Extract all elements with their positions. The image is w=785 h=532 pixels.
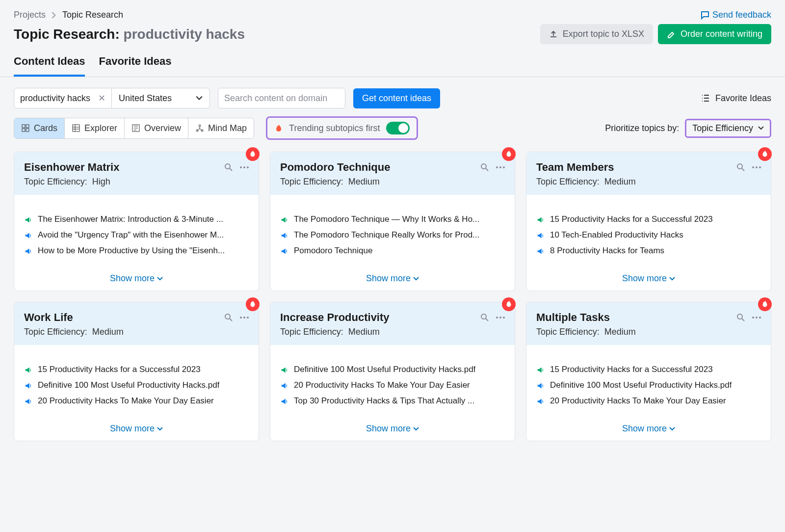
query-input[interactable]: productivity hacks ✕ [14, 88, 112, 108]
svg-point-26 [496, 317, 498, 319]
megaphone-icon [24, 214, 33, 224]
view-overview[interactable]: Overview [125, 118, 188, 138]
headline-text: 20 Productivity Hacks To Make Your Day E… [550, 396, 726, 406]
view-cards[interactable]: Cards [14, 118, 65, 138]
svg-point-24 [247, 317, 249, 319]
send-feedback-link[interactable]: Send feedback [701, 10, 771, 20]
topic-card: Work LifeTopic Efficiency: Medium15 Prod… [14, 302, 259, 441]
card-search-icon[interactable] [736, 163, 745, 172]
show-more-link[interactable]: Show more [14, 266, 259, 291]
card-more-icon[interactable] [496, 313, 505, 322]
order-content-button[interactable]: Order content writing [658, 24, 771, 44]
show-more-link[interactable]: Show more [270, 266, 515, 291]
svg-point-32 [759, 317, 761, 319]
headline-item[interactable]: Definitive 100 Most Useful Productivity … [536, 380, 761, 390]
card-efficiency: Topic Efficiency: Medium [536, 177, 761, 187]
card-search-icon[interactable] [736, 313, 745, 322]
show-more-link[interactable]: Show more [526, 266, 771, 291]
show-more-link[interactable]: Show more [526, 417, 771, 441]
card-more-icon[interactable] [240, 163, 249, 172]
svg-point-31 [756, 317, 758, 319]
show-more-link[interactable]: Show more [14, 417, 259, 441]
card-header: Pomodoro TechniqueTopic Efficiency: Medi… [270, 152, 515, 195]
card-efficiency: Topic Efficiency: Medium [280, 177, 505, 187]
topic-card: Increase ProductivityTopic Efficiency: M… [270, 302, 515, 441]
favorite-ideas-link[interactable]: Favorite Ideas [701, 93, 771, 104]
breadcrumb-projects[interactable]: Projects [14, 10, 46, 20]
get-content-ideas-button[interactable]: Get content ideas [353, 88, 440, 108]
headline-item[interactable]: 8 Productivity Hacks for Teams [536, 246, 761, 256]
card-efficiency: Topic Efficiency: High [24, 177, 249, 187]
headline-item[interactable]: Definitive 100 Most Useful Productivity … [24, 380, 249, 390]
card-title: Work Life [24, 311, 73, 324]
headline-item[interactable]: 20 Productivity Hacks To Make Your Day E… [280, 380, 505, 390]
megaphone-icon [280, 365, 289, 374]
headline-text: The Eisenhower Matrix: Introduction & 3-… [38, 214, 223, 224]
card-search-icon[interactable] [480, 163, 489, 172]
trending-badge [758, 297, 772, 311]
card-more-icon[interactable] [240, 313, 249, 322]
card-efficiency: Topic Efficiency: Medium [24, 327, 249, 337]
headline-item[interactable]: How to be More Productive by Using the "… [24, 246, 249, 256]
megaphone-icon [24, 380, 33, 390]
headline-item[interactable]: The Eisenhower Matrix: Introduction & 3-… [24, 214, 249, 224]
headline-text: 8 Productivity Hacks for Teams [550, 246, 664, 256]
card-more-icon[interactable] [496, 163, 505, 172]
headline-item[interactable]: Pomodoro Technique [280, 246, 505, 256]
megaphone-icon [280, 380, 289, 390]
card-search-icon[interactable] [224, 313, 233, 322]
prioritize-label: Prioritize topics by: [605, 123, 679, 133]
list-icon [701, 94, 710, 102]
breadcrumb: Projects Topic Research Send feedback [14, 10, 771, 20]
tab-content-ideas[interactable]: Content Ideas [14, 55, 85, 77]
headline-item[interactable]: 15 Productivity Hacks for a Successful 2… [536, 214, 761, 224]
prioritize-select[interactable]: Topic Efficiency [685, 119, 771, 138]
megaphone-icon [280, 396, 289, 406]
upload-icon [549, 30, 558, 39]
headline-text: 20 Productivity Hacks To Make Your Day E… [294, 380, 470, 390]
show-more-link[interactable]: Show more [270, 417, 515, 441]
view-explorer[interactable]: Explorer [65, 118, 125, 138]
headline-item[interactable]: 10 Tech-Enabled Productivity Hacks [536, 230, 761, 240]
headline-item[interactable]: Avoid the "Urgency Trap" with the Eisenh… [24, 230, 249, 240]
clear-query-icon[interactable]: ✕ [98, 93, 105, 104]
headline-item[interactable]: The Pomodoro Technique Really Works for … [280, 230, 505, 240]
region-select[interactable]: United States [112, 88, 210, 108]
card-more-icon[interactable] [752, 313, 761, 322]
megaphone-icon [536, 230, 545, 240]
feedback-icon [701, 11, 709, 20]
megaphone-icon [24, 246, 33, 256]
headline-item[interactable]: 20 Productivity Hacks To Make Your Day E… [24, 396, 249, 406]
headline-item[interactable]: 15 Productivity Hacks for a Successful 2… [536, 365, 761, 374]
card-title: Multiple Tasks [536, 311, 610, 324]
card-more-icon[interactable] [752, 163, 761, 172]
svg-point-14 [496, 166, 498, 168]
view-mindmap[interactable]: Mind Map [188, 118, 254, 138]
card-search-icon[interactable] [480, 313, 489, 322]
svg-point-17 [737, 164, 742, 169]
headline-text: The Pomodoro Technique Really Works for … [294, 230, 479, 240]
megaphone-icon [536, 246, 545, 256]
trending-toggle[interactable] [386, 122, 410, 134]
page-title: Topic Research: productivity hacks [14, 27, 245, 42]
card-search-icon[interactable] [224, 163, 233, 172]
tabs: Content Ideas Favorite Ideas [0, 55, 785, 77]
headline-item[interactable]: Definitive 100 Most Useful Productivity … [280, 365, 505, 374]
headline-item[interactable]: The Pomodoro Technique — Why It Works & … [280, 214, 505, 224]
headline-text: 10 Tech-Enabled Productivity Hacks [550, 230, 683, 240]
mindmap-icon [195, 124, 204, 133]
domain-search-input[interactable]: Search content on domain [218, 88, 345, 108]
headline-text: Top 30 Productivity Hacks & Tips That Ac… [294, 396, 474, 406]
svg-point-13 [481, 164, 486, 169]
svg-rect-3 [26, 129, 29, 132]
megaphone-icon [536, 365, 545, 374]
headline-item[interactable]: 20 Productivity Hacks To Make Your Day E… [536, 396, 761, 406]
card-header: Eisenhower MatrixTopic Efficiency: High [14, 152, 259, 195]
tab-favorite-ideas[interactable]: Favorite Ideas [99, 55, 171, 77]
chevron-right-icon [52, 10, 56, 20]
edit-icon [667, 30, 676, 39]
headline-item[interactable]: 15 Productivity Hacks for a Successful 2… [24, 365, 249, 374]
headline-item[interactable]: Top 30 Productivity Hacks & Tips That Ac… [280, 396, 505, 406]
card-header: Increase ProductivityTopic Efficiency: M… [270, 302, 515, 345]
export-button[interactable]: Export topic to XLSX [540, 24, 653, 44]
